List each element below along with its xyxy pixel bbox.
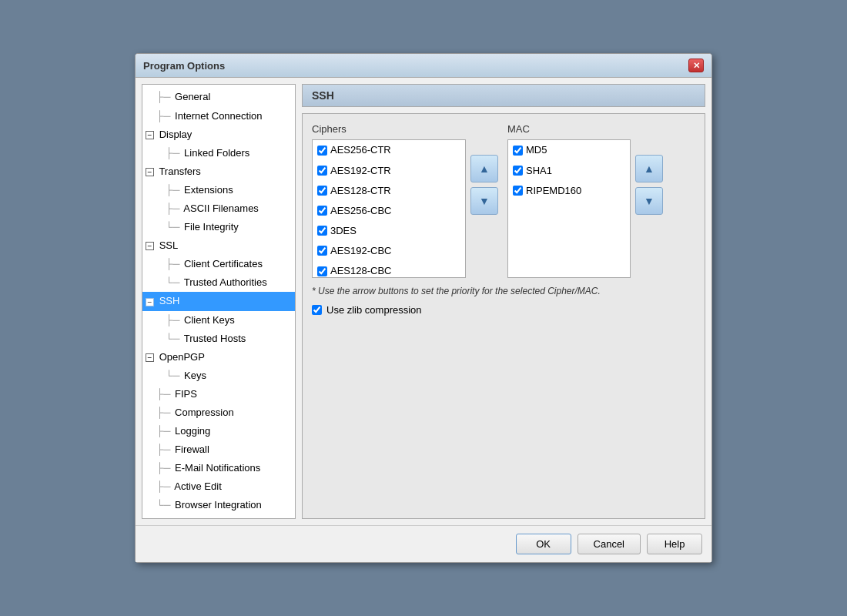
cipher-checkbox-1[interactable] [317, 166, 327, 176]
content-area: Ciphers AES256-CTR AES192-CTR [302, 113, 705, 518]
mac-label-1: SHA1 [526, 162, 552, 179]
up-arrow-icon: ▲ [644, 162, 654, 175]
sidebar-item-firewall[interactable]: ├─ Firewall [142, 440, 295, 459]
mac-down-button[interactable]: ▼ [635, 187, 663, 215]
cipher-label-1: AES192-CTR [330, 162, 391, 179]
sidebar-item-label: Extensions [184, 184, 233, 196]
sidebar-item-ssl[interactable]: − SSL [142, 236, 295, 255]
sidebar-item-client-certs[interactable]: ├─ Client Certificates [142, 255, 295, 273]
cipher-checkbox-4[interactable] [317, 226, 327, 236]
minus-icon: − [146, 168, 154, 176]
cipher-label-6: AES128-CBC [330, 263, 391, 278]
sidebar-item-label: Browser Integration [175, 499, 262, 511]
minus-icon: − [146, 131, 154, 139]
cancel-button[interactable]: Cancel [578, 534, 641, 554]
list-item: RIPEMD160 [508, 181, 630, 201]
dialog-body: ├─ General ├─ Internet Connection − Disp… [136, 78, 711, 524]
help-button[interactable]: Help [647, 534, 702, 554]
ciphers-label: Ciphers [312, 123, 498, 135]
sidebar-item-transfers[interactable]: − Transfers [142, 162, 295, 181]
cipher-down-button[interactable]: ▼ [470, 187, 498, 215]
sidebar-item-label: Linked Folders [184, 147, 249, 159]
mac-list-with-arrows: MD5 SHA1 RIPEMD160 [507, 139, 663, 278]
sidebar-item-fips[interactable]: ├─ FIPS [142, 385, 295, 403]
list-item: SHA1 [508, 161, 630, 181]
down-arrow-icon: ▼ [479, 195, 490, 207]
dialog-title: Program Options [143, 60, 225, 72]
sidebar-item-browser-integration[interactable]: └─ Browser Integration [142, 496, 295, 514]
cipher-checkbox-3[interactable] [317, 206, 327, 216]
sidebar-item-label: Client Certificates [184, 258, 263, 270]
sidebar-item-openpgp[interactable]: − OpenPGP [142, 348, 295, 367]
zlib-label[interactable]: Use zlib compression [326, 304, 422, 316]
sidebar-item-linked-folders[interactable]: ├─ Linked Folders [142, 144, 295, 162]
list-item: MD5 [508, 140, 630, 160]
mac-checkbox-2[interactable] [513, 186, 523, 196]
mac-checkbox-1[interactable] [513, 166, 523, 176]
sidebar-item-display[interactable]: − Display [142, 126, 295, 144]
cipher-checkbox-6[interactable] [317, 266, 327, 276]
cipher-label-0: AES256-CTR [330, 142, 391, 159]
sidebar-item-ssh[interactable]: − SSH [142, 292, 295, 310]
hint-text: * Use the arrow buttons to set the prior… [312, 286, 695, 296]
list-item: AES256-CBC [313, 201, 465, 221]
sidebar-item-keys[interactable]: └─ Keys [142, 367, 295, 385]
sidebar-item-extensions[interactable]: ├─ Extensions [142, 181, 295, 199]
sidebar-item-internet[interactable]: ├─ Internet Connection [142, 107, 295, 126]
sidebar-item-label: SSH [159, 295, 180, 306]
sidebar-item-label: General [175, 91, 210, 102]
sidebar-item-trusted-hosts[interactable]: └─ Trusted Hosts [142, 330, 295, 348]
list-item: AES128-CBC [313, 261, 465, 278]
list-item: AES192-CBC [313, 241, 465, 261]
sidebar-item-label: Internet Connection [175, 110, 262, 122]
down-arrow-icon: ▼ [644, 195, 654, 207]
cipher-checkbox-2[interactable] [317, 186, 327, 196]
cipher-label-4: 3DES [330, 223, 357, 239]
sidebar-item-label: File Integrity [184, 221, 239, 233]
ciphers-listbox[interactable]: AES256-CTR AES192-CTR AES128-CTR [312, 139, 466, 278]
zlib-checkbox[interactable] [312, 305, 322, 315]
list-item: AES256-CTR [313, 140, 465, 160]
sidebar-item-label: Transfers [159, 166, 200, 177]
sidebar-item-file-integrity[interactable]: └─ File Integrity [142, 218, 295, 236]
sidebar-item-active-edit[interactable]: ├─ Active Edit [142, 477, 295, 496]
sidebar-item-label: E-Mail Notifications [175, 462, 260, 474]
mac-checkbox-0[interactable] [513, 146, 523, 156]
sidebar-item-label: Compression [175, 407, 234, 418]
mac-listbox[interactable]: MD5 SHA1 RIPEMD160 [507, 139, 631, 278]
sidebar-item-label: Trusted Hosts [184, 333, 246, 344]
sidebar-item-label: Display [159, 129, 192, 140]
sidebar-item-label: SSL [159, 239, 179, 251]
sidebar-item-email-notif[interactable]: ├─ E-Mail Notifications [142, 459, 295, 477]
ok-button[interactable]: OK [516, 534, 571, 554]
mac-up-button[interactable]: ▲ [635, 155, 663, 182]
sidebar-item-label: Client Keys [184, 314, 235, 326]
minus-icon: − [146, 353, 154, 362]
cipher-checkbox-0[interactable] [317, 146, 327, 156]
sidebar-item-trusted-auth[interactable]: └─ Trusted Authorities [142, 273, 295, 292]
sidebar-item-label: FIPS [175, 388, 197, 400]
right-panel: SSH Ciphers AES256-CTR [302, 84, 705, 518]
sidebar-item-logging[interactable]: ├─ Logging [142, 422, 295, 440]
sidebar-item-ascii-filenames[interactable]: ├─ ASCII Filenames [142, 199, 295, 218]
sidebar-item-general[interactable]: ├─ General [142, 88, 295, 106]
mac-label-0: MD5 [526, 142, 547, 159]
cipher-up-button[interactable]: ▲ [470, 155, 498, 182]
sidebar-item-label: Trusted Authorities [184, 276, 267, 288]
sidebar-item-compression[interactable]: ├─ Compression [142, 403, 295, 422]
title-bar: Program Options ✕ [136, 54, 711, 78]
minus-icon: − [146, 298, 154, 306]
section-header: SSH [302, 84, 705, 107]
tree-panel: ├─ General ├─ Internet Connection − Disp… [142, 84, 296, 518]
sidebar-item-client-keys[interactable]: ├─ Client Keys [142, 311, 295, 330]
mac-label-2: RIPEMD160 [526, 182, 581, 199]
ciphers-list-with-arrows: AES256-CTR AES192-CTR AES128-CTR [312, 139, 498, 278]
sidebar-item-label: Active Edit [174, 480, 221, 492]
cipher-checkbox-5[interactable] [317, 246, 327, 256]
cipher-label-3: AES256-CBC [330, 203, 391, 219]
minus-icon: − [146, 242, 154, 250]
list-item: AES192-CTR [313, 161, 465, 181]
mac-group: MAC MD5 SHA1 [507, 123, 663, 278]
up-arrow-icon: ▲ [479, 162, 490, 175]
close-button[interactable]: ✕ [688, 59, 704, 72]
